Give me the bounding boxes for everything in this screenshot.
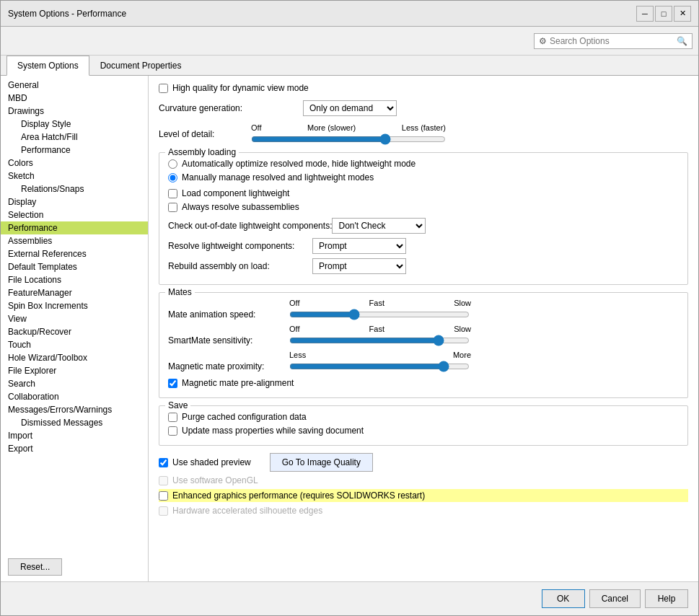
reset-area: Reset...	[1, 553, 148, 578]
minimize-button[interactable]: ─	[636, 6, 654, 22]
mates-group: Mates Off Fast Slow Mate animation speed…	[159, 292, 688, 398]
high-quality-checkbox[interactable]	[159, 84, 168, 93]
main-window: System Options - Performance ─ □ ✕ ⚙ 🔍 S…	[0, 0, 699, 616]
smartmate-fast-label: Fast	[369, 325, 384, 333]
magnetic-prealignment-checkbox[interactable]	[168, 379, 177, 388]
smartmate-slow-label: Slow	[454, 325, 471, 333]
mates-label: Mates	[165, 287, 195, 297]
magnetic-proximity-slider[interactable]	[289, 361, 470, 372]
update-mass-checkbox[interactable]	[168, 426, 177, 436]
update-mass-label: Update mass properties while saving docu…	[182, 426, 364, 436]
level-of-detail-section: Level of detail: Off More (slower) Less …	[159, 123, 688, 145]
shaded-preview-label: Use shaded preview	[172, 457, 251, 467]
sidebar: General MBD Drawings Display Style Area …	[1, 76, 149, 581]
sidebar-item-colors[interactable]: Colors	[1, 157, 148, 170]
sidebar-item-assemblies[interactable]: Assemblies	[1, 234, 148, 247]
bottom-options: Use shaded preview Go To Image Quality U…	[159, 453, 688, 516]
sidebar-item-drawings[interactable]: Drawings	[1, 105, 148, 118]
enhanced-graphics-checkbox[interactable]	[159, 491, 168, 501]
sidebar-item-selection[interactable]: Selection	[1, 208, 148, 221]
help-button[interactable]: Help	[645, 589, 688, 608]
hardware-silhouette-row: Hardware accelerated silhouette edges	[159, 506, 688, 516]
main-content: General MBD Drawings Display Style Area …	[1, 76, 698, 581]
hardware-silhouette-checkbox[interactable]	[159, 506, 168, 516]
sidebar-item-featuremanager[interactable]: FeatureManager	[1, 286, 148, 299]
sidebar-item-export[interactable]: Export	[1, 442, 148, 455]
software-opengl-checkbox[interactable]	[159, 476, 168, 485]
always-resolve-checkbox[interactable]	[168, 203, 177, 212]
sidebar-item-spin-box[interactable]: Spin Box Increments	[1, 299, 148, 312]
save-group: Save Purge cached configuration data Upd…	[159, 405, 688, 446]
lod-less-label: Less (faster)	[402, 123, 446, 132]
reset-button[interactable]: Reset...	[8, 558, 62, 576]
sidebar-item-file-locations[interactable]: File Locations	[1, 273, 148, 286]
sidebar-item-hole-wizard[interactable]: Hole Wizard/Toolbox	[1, 351, 148, 364]
shaded-preview-checkbox[interactable]	[159, 458, 168, 467]
close-button[interactable]: ✕	[674, 6, 691, 22]
load-component-row: Load component lightweight	[168, 188, 679, 198]
check-ood-select[interactable]: Don't Check Prompt Always Resolve	[332, 218, 426, 234]
resolve-lightweight-select[interactable]: Prompt Always Resolve Don't Resolve	[312, 238, 406, 254]
sidebar-item-area-hatch[interactable]: Area Hatch/Fill	[1, 131, 148, 144]
sidebar-item-file-explorer[interactable]: File Explorer	[1, 364, 148, 377]
rebuild-on-load-select[interactable]: Prompt Always Never	[312, 258, 406, 274]
magnetic-prealignment-label: Magnetic mate pre-alignment	[182, 378, 294, 388]
go-to-image-quality-button[interactable]: Go To Image Quality	[270, 453, 373, 472]
purge-cached-checkbox[interactable]	[168, 413, 177, 422]
sidebar-item-performance-sub[interactable]: Performance	[1, 144, 148, 157]
sidebar-item-touch[interactable]: Touch	[1, 338, 148, 351]
sidebar-item-collaboration[interactable]: Collaboration	[1, 390, 148, 403]
auto-optimize-label: Automatically optimize resolved mode, hi…	[182, 159, 416, 169]
sidebar-item-performance[interactable]: Performance	[1, 221, 148, 234]
sidebar-item-backup-recover[interactable]: Backup/Recover	[1, 325, 148, 338]
search-icon: 🔍	[677, 36, 687, 46]
sidebar-item-search[interactable]: Search	[1, 377, 148, 390]
sidebar-item-view[interactable]: View	[1, 312, 148, 325]
maximize-button[interactable]: □	[655, 6, 672, 22]
smartmate-slider[interactable]	[289, 335, 470, 346]
sidebar-item-display[interactable]: Display	[1, 195, 148, 208]
sidebar-item-sketch[interactable]: Sketch	[1, 170, 148, 182]
hardware-silhouette-label: Hardware accelerated silhouette edges	[172, 506, 322, 516]
load-component-checkbox[interactable]	[168, 189, 177, 198]
gear-icon: ⚙	[539, 36, 547, 46]
enhanced-graphics-row: Enhanced graphics performance (requires …	[159, 489, 688, 502]
search-box: ⚙ 🔍	[534, 33, 693, 49]
sidebar-item-dismissed-messages[interactable]: Dismissed Messages	[1, 416, 148, 429]
sidebar-item-default-templates[interactable]: Default Templates	[1, 260, 148, 273]
sidebar-item-external-references[interactable]: External References	[1, 247, 148, 260]
curvature-row: Curvature generation: Only on demand Alw…	[159, 100, 688, 116]
footer-buttons: OK Cancel Help	[1, 581, 698, 615]
sidebar-item-messages-errors[interactable]: Messages/Errors/Warnings	[1, 403, 148, 416]
auto-optimize-radio[interactable]	[168, 159, 177, 169]
check-ood-row: Check out-of-date lightweight components…	[168, 218, 679, 234]
sidebar-item-mbd[interactable]: MBD	[1, 92, 148, 105]
smartmate-section: Off Fast Slow SmartMate sensitivity:	[168, 325, 679, 346]
software-opengl-row: Use software OpenGL	[159, 475, 688, 485]
mate-slow-label: Slow	[454, 299, 471, 307]
always-resolve-label: Always resolve subassemblies	[182, 202, 299, 212]
purge-cached-row: Purge cached configuration data	[168, 412, 679, 422]
tab-document-properties[interactable]: Document Properties	[89, 56, 193, 76]
search-input[interactable]	[550, 36, 677, 46]
ok-button[interactable]: OK	[542, 589, 585, 608]
smartmate-off-label: Off	[289, 325, 299, 333]
sidebar-item-relations-snaps[interactable]: Relations/Snaps	[1, 182, 148, 195]
magnetic-proximity-section: Less More Magnetic mate proximity:	[168, 351, 679, 372]
curvature-select[interactable]: Only on demand Always Never	[303, 100, 397, 116]
manually-manage-radio[interactable]	[168, 173, 177, 182]
cancel-button[interactable]: Cancel	[589, 589, 641, 608]
tab-system-options[interactable]: System Options	[6, 56, 89, 76]
tabs-bar: System Options Document Properties	[1, 56, 698, 76]
mate-animation-slider[interactable]	[289, 309, 470, 320]
sidebar-item-import[interactable]: Import	[1, 429, 148, 442]
level-of-detail-slider[interactable]	[251, 133, 446, 145]
content-area: High quality for dynamic view mode Curva…	[149, 76, 698, 581]
auto-optimize-row: Automatically optimize resolved mode, hi…	[168, 159, 679, 169]
sidebar-item-display-style[interactable]: Display Style	[1, 118, 148, 131]
magnetic-less-label: Less	[289, 351, 306, 359]
high-quality-label: High quality for dynamic view mode	[172, 83, 309, 93]
resolve-lightweight-row: Resolve lightweight components: Prompt A…	[168, 238, 679, 254]
smartmate-label: SmartMate sensitivity:	[168, 335, 283, 346]
sidebar-item-general[interactable]: General	[1, 79, 148, 92]
